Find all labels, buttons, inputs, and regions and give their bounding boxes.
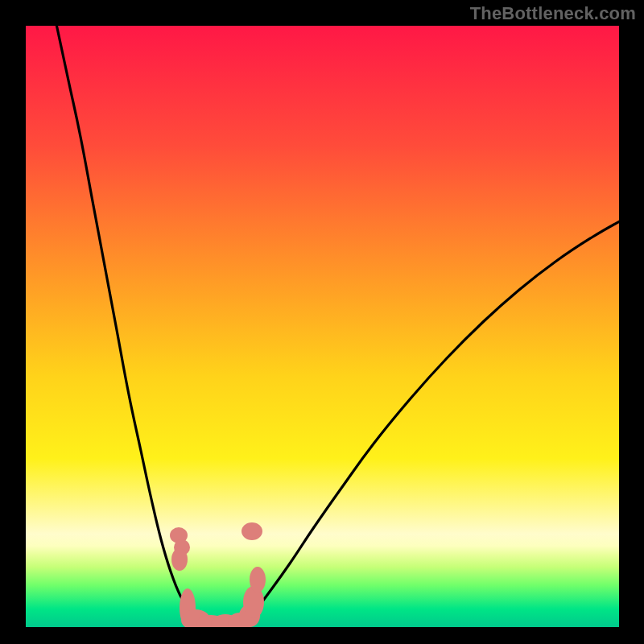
marker-dot — [242, 522, 262, 540]
marker-dot — [171, 548, 188, 571]
marker-dot — [250, 567, 266, 592]
watermark-text: TheBottleneck.com — [470, 3, 636, 24]
chart-frame: TheBottleneck.com — [0, 0, 644, 644]
bottleneck-chart-svg — [0, 0, 644, 644]
